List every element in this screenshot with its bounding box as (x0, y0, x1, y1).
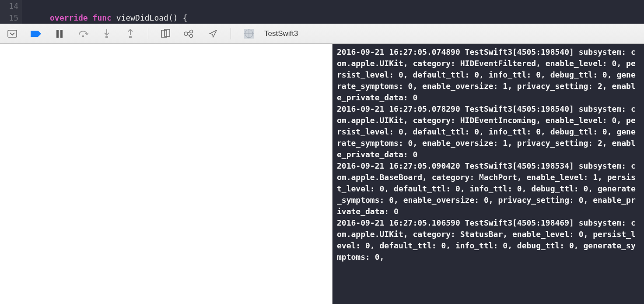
svg-line-12 (187, 35, 190, 35)
app-blueprint-icon (243, 28, 255, 39)
code-text: override func viewDidLoad() { (22, 13, 187, 22)
view-hierarchy-icon (161, 29, 171, 39)
svg-rect-3 (82, 35, 84, 37)
step-over-icon (78, 29, 88, 38)
chevron-down-box-icon (7, 30, 17, 38)
step-out-button[interactable] (124, 28, 136, 40)
xcode-window: 1415override func viewDidLoad() { (0, 0, 644, 304)
step-out-icon (126, 29, 134, 39)
pause-continue-button[interactable] (53, 28, 66, 40)
svg-rect-5 (129, 36, 132, 38)
hide-debug-area-button[interactable] (6, 28, 18, 40)
console-output[interactable]: 2016-09-21 16:27:05.074890 TestSwift3[45… (332, 44, 644, 304)
step-over-button[interactable] (77, 28, 89, 40)
step-into-button[interactable] (101, 28, 113, 40)
debug-toolbar: TestSwift3 (0, 24, 644, 44)
pause-icon (56, 29, 63, 38)
toolbar-separator (231, 28, 231, 39)
line-number[interactable]: 15 (0, 12, 22, 24)
svg-point-8 (184, 32, 188, 35)
code-line[interactable]: 15override func viewDidLoad() { (0, 12, 644, 24)
toolbar-separator (148, 28, 148, 39)
svg-point-10 (190, 35, 193, 38)
svg-rect-2 (60, 30, 63, 38)
svg-line-11 (187, 32, 190, 33)
variables-view[interactable] (0, 44, 332, 304)
svg-point-9 (190, 30, 193, 33)
debug-memory-graph-button[interactable] (183, 28, 196, 40)
location-arrow-icon (208, 29, 218, 39)
svg-rect-1 (56, 30, 59, 38)
code-editor[interactable]: 1415override func viewDidLoad() { (0, 0, 644, 24)
breakpoint-icon (30, 30, 42, 37)
simulate-location-button[interactable] (207, 28, 219, 40)
memory-graph-icon (184, 29, 195, 38)
process-name[interactable]: TestSwift3 (264, 29, 298, 38)
svg-rect-4 (105, 36, 108, 38)
debug-area: 2016-09-21 16:27:05.074890 TestSwift3[45… (0, 44, 644, 304)
line-number[interactable]: 14 (0, 0, 22, 12)
svg-rect-0 (8, 30, 17, 37)
process-icon (242, 28, 256, 40)
step-into-icon (103, 29, 111, 39)
code-line[interactable]: 14 (0, 0, 644, 12)
debug-view-hierarchy-button[interactable] (160, 28, 172, 40)
breakpoints-toggle[interactable] (30, 28, 42, 40)
